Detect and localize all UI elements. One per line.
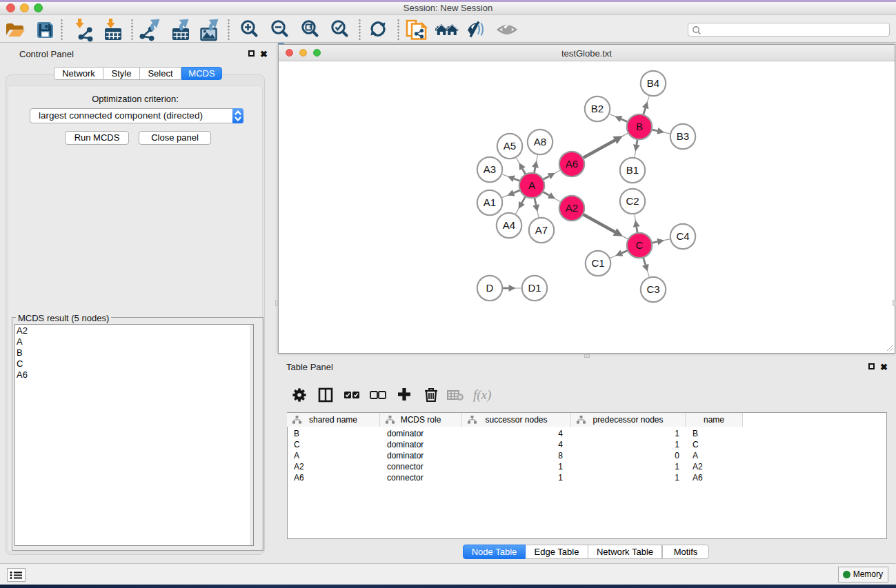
svg-text:C3: C3 [646, 283, 659, 295]
svg-text:A2: A2 [566, 202, 578, 214]
svg-text:B4: B4 [647, 77, 659, 89]
svg-text:C2: C2 [626, 195, 639, 207]
svg-text:C4: C4 [676, 230, 689, 242]
svg-text:C1: C1 [591, 257, 604, 269]
svg-text:B3: B3 [677, 130, 689, 142]
svg-text:A6: A6 [566, 158, 578, 170]
svg-text:A: A [528, 179, 535, 191]
svg-text:D: D [486, 282, 494, 294]
svg-text:A5: A5 [504, 140, 516, 152]
svg-text:B: B [636, 121, 643, 132]
svg-text:f(x): f(x) [473, 387, 491, 403]
svg-text:C: C [636, 239, 644, 251]
svg-text:B1: B1 [626, 164, 639, 176]
svg-text:A7: A7 [535, 224, 548, 236]
svg-text:A1: A1 [484, 196, 496, 208]
svg-text:D1: D1 [528, 282, 541, 294]
svg-text:A8: A8 [534, 136, 546, 148]
svg-text:B2: B2 [591, 103, 604, 114]
svg-text:A4: A4 [503, 219, 515, 231]
svg-text:A3: A3 [484, 163, 496, 175]
